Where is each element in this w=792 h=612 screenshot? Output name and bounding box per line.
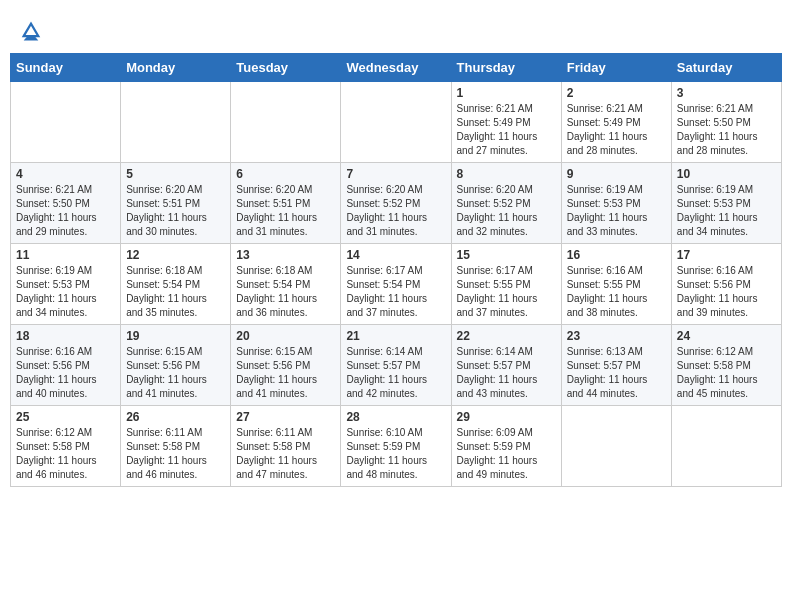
calendar-cell: 27Sunrise: 6:11 AM Sunset: 5:58 PM Dayli… (231, 406, 341, 487)
weekday-header: Tuesday (231, 54, 341, 82)
day-info: Sunrise: 6:18 AM Sunset: 5:54 PM Dayligh… (236, 264, 335, 320)
weekday-header: Thursday (451, 54, 561, 82)
day-number: 10 (677, 167, 776, 181)
day-number: 15 (457, 248, 556, 262)
day-number: 26 (126, 410, 225, 424)
day-info: Sunrise: 6:12 AM Sunset: 5:58 PM Dayligh… (677, 345, 776, 401)
day-info: Sunrise: 6:17 AM Sunset: 5:55 PM Dayligh… (457, 264, 556, 320)
calendar-cell: 10Sunrise: 6:19 AM Sunset: 5:53 PM Dayli… (671, 163, 781, 244)
calendar-cell (231, 82, 341, 163)
weekday-header: Wednesday (341, 54, 451, 82)
calendar-cell: 14Sunrise: 6:17 AM Sunset: 5:54 PM Dayli… (341, 244, 451, 325)
calendar-cell (341, 82, 451, 163)
day-info: Sunrise: 6:15 AM Sunset: 5:56 PM Dayligh… (126, 345, 225, 401)
calendar-cell: 29Sunrise: 6:09 AM Sunset: 5:59 PM Dayli… (451, 406, 561, 487)
day-info: Sunrise: 6:14 AM Sunset: 5:57 PM Dayligh… (346, 345, 445, 401)
page-header (10, 10, 782, 47)
day-number: 22 (457, 329, 556, 343)
calendar-cell: 13Sunrise: 6:18 AM Sunset: 5:54 PM Dayli… (231, 244, 341, 325)
day-info: Sunrise: 6:19 AM Sunset: 5:53 PM Dayligh… (677, 183, 776, 239)
day-number: 4 (16, 167, 115, 181)
day-number: 20 (236, 329, 335, 343)
calendar-week-row: 1Sunrise: 6:21 AM Sunset: 5:49 PM Daylig… (11, 82, 782, 163)
calendar-week-row: 18Sunrise: 6:16 AM Sunset: 5:56 PM Dayli… (11, 325, 782, 406)
day-number: 2 (567, 86, 666, 100)
day-number: 28 (346, 410, 445, 424)
day-number: 29 (457, 410, 556, 424)
calendar-cell: 7Sunrise: 6:20 AM Sunset: 5:52 PM Daylig… (341, 163, 451, 244)
day-info: Sunrise: 6:18 AM Sunset: 5:54 PM Dayligh… (126, 264, 225, 320)
calendar-cell: 19Sunrise: 6:15 AM Sunset: 5:56 PM Dayli… (121, 325, 231, 406)
day-info: Sunrise: 6:20 AM Sunset: 5:51 PM Dayligh… (236, 183, 335, 239)
day-number: 5 (126, 167, 225, 181)
day-info: Sunrise: 6:21 AM Sunset: 5:50 PM Dayligh… (16, 183, 115, 239)
calendar-cell: 2Sunrise: 6:21 AM Sunset: 5:49 PM Daylig… (561, 82, 671, 163)
day-number: 6 (236, 167, 335, 181)
day-number: 18 (16, 329, 115, 343)
calendar-cell: 24Sunrise: 6:12 AM Sunset: 5:58 PM Dayli… (671, 325, 781, 406)
day-number: 3 (677, 86, 776, 100)
logo-icon (20, 20, 42, 42)
day-number: 25 (16, 410, 115, 424)
weekday-header: Friday (561, 54, 671, 82)
calendar-cell: 16Sunrise: 6:16 AM Sunset: 5:55 PM Dayli… (561, 244, 671, 325)
calendar-week-row: 25Sunrise: 6:12 AM Sunset: 5:58 PM Dayli… (11, 406, 782, 487)
day-number: 19 (126, 329, 225, 343)
calendar-cell: 12Sunrise: 6:18 AM Sunset: 5:54 PM Dayli… (121, 244, 231, 325)
weekday-header: Monday (121, 54, 231, 82)
day-number: 13 (236, 248, 335, 262)
calendar-cell: 22Sunrise: 6:14 AM Sunset: 5:57 PM Dayli… (451, 325, 561, 406)
day-number: 1 (457, 86, 556, 100)
day-info: Sunrise: 6:21 AM Sunset: 5:49 PM Dayligh… (567, 102, 666, 158)
calendar-cell (671, 406, 781, 487)
calendar-cell: 8Sunrise: 6:20 AM Sunset: 5:52 PM Daylig… (451, 163, 561, 244)
day-info: Sunrise: 6:13 AM Sunset: 5:57 PM Dayligh… (567, 345, 666, 401)
calendar-cell: 21Sunrise: 6:14 AM Sunset: 5:57 PM Dayli… (341, 325, 451, 406)
calendar-cell: 5Sunrise: 6:20 AM Sunset: 5:51 PM Daylig… (121, 163, 231, 244)
day-info: Sunrise: 6:11 AM Sunset: 5:58 PM Dayligh… (236, 426, 335, 482)
calendar-cell: 18Sunrise: 6:16 AM Sunset: 5:56 PM Dayli… (11, 325, 121, 406)
calendar-cell: 6Sunrise: 6:20 AM Sunset: 5:51 PM Daylig… (231, 163, 341, 244)
calendar-cell (121, 82, 231, 163)
day-number: 21 (346, 329, 445, 343)
day-info: Sunrise: 6:15 AM Sunset: 5:56 PM Dayligh… (236, 345, 335, 401)
day-number: 23 (567, 329, 666, 343)
day-info: Sunrise: 6:16 AM Sunset: 5:56 PM Dayligh… (16, 345, 115, 401)
calendar-cell: 15Sunrise: 6:17 AM Sunset: 5:55 PM Dayli… (451, 244, 561, 325)
day-number: 8 (457, 167, 556, 181)
weekday-header: Saturday (671, 54, 781, 82)
day-number: 14 (346, 248, 445, 262)
day-number: 27 (236, 410, 335, 424)
calendar-week-row: 4Sunrise: 6:21 AM Sunset: 5:50 PM Daylig… (11, 163, 782, 244)
calendar-cell: 26Sunrise: 6:11 AM Sunset: 5:58 PM Dayli… (121, 406, 231, 487)
day-info: Sunrise: 6:19 AM Sunset: 5:53 PM Dayligh… (567, 183, 666, 239)
calendar-cell: 20Sunrise: 6:15 AM Sunset: 5:56 PM Dayli… (231, 325, 341, 406)
day-info: Sunrise: 6:16 AM Sunset: 5:55 PM Dayligh… (567, 264, 666, 320)
calendar-cell: 3Sunrise: 6:21 AM Sunset: 5:50 PM Daylig… (671, 82, 781, 163)
calendar-header-row: SundayMondayTuesdayWednesdayThursdayFrid… (11, 54, 782, 82)
day-info: Sunrise: 6:09 AM Sunset: 5:59 PM Dayligh… (457, 426, 556, 482)
calendar-cell: 4Sunrise: 6:21 AM Sunset: 5:50 PM Daylig… (11, 163, 121, 244)
day-info: Sunrise: 6:10 AM Sunset: 5:59 PM Dayligh… (346, 426, 445, 482)
svg-marker-0 (24, 24, 39, 36)
calendar-cell (561, 406, 671, 487)
day-info: Sunrise: 6:21 AM Sunset: 5:50 PM Dayligh… (677, 102, 776, 158)
day-info: Sunrise: 6:20 AM Sunset: 5:52 PM Dayligh… (457, 183, 556, 239)
day-number: 17 (677, 248, 776, 262)
day-number: 9 (567, 167, 666, 181)
calendar-cell: 25Sunrise: 6:12 AM Sunset: 5:58 PM Dayli… (11, 406, 121, 487)
logo (20, 20, 46, 42)
day-info: Sunrise: 6:14 AM Sunset: 5:57 PM Dayligh… (457, 345, 556, 401)
day-info: Sunrise: 6:16 AM Sunset: 5:56 PM Dayligh… (677, 264, 776, 320)
calendar-cell (11, 82, 121, 163)
calendar-cell: 17Sunrise: 6:16 AM Sunset: 5:56 PM Dayli… (671, 244, 781, 325)
calendar-cell: 23Sunrise: 6:13 AM Sunset: 5:57 PM Dayli… (561, 325, 671, 406)
day-number: 24 (677, 329, 776, 343)
day-info: Sunrise: 6:20 AM Sunset: 5:52 PM Dayligh… (346, 183, 445, 239)
calendar-cell: 28Sunrise: 6:10 AM Sunset: 5:59 PM Dayli… (341, 406, 451, 487)
calendar-cell: 1Sunrise: 6:21 AM Sunset: 5:49 PM Daylig… (451, 82, 561, 163)
day-number: 12 (126, 248, 225, 262)
weekday-header: Sunday (11, 54, 121, 82)
calendar-cell: 11Sunrise: 6:19 AM Sunset: 5:53 PM Dayli… (11, 244, 121, 325)
day-info: Sunrise: 6:21 AM Sunset: 5:49 PM Dayligh… (457, 102, 556, 158)
